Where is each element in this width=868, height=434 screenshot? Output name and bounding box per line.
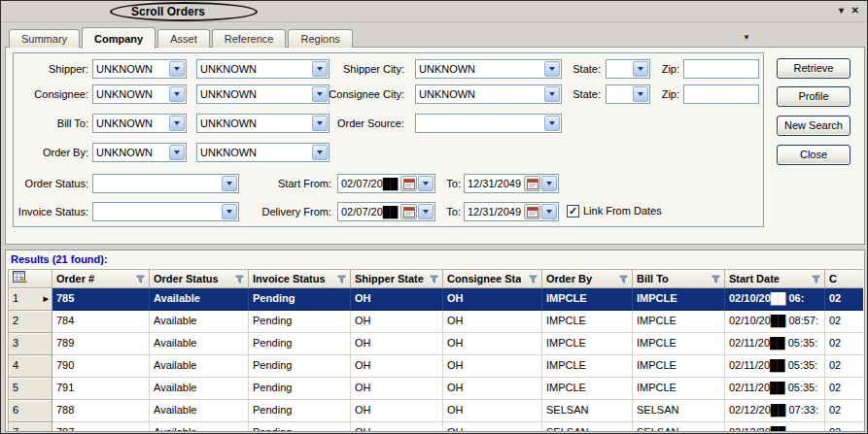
- order-by-code-combo[interactable]: UNKNOWN: [92, 143, 187, 162]
- cell[interactable]: Pending: [249, 422, 351, 431]
- cell[interactable]: IMPCLE: [542, 311, 633, 333]
- cell[interactable]: OH: [443, 422, 542, 431]
- column-header-start-date[interactable]: Start Date: [725, 269, 825, 288]
- cell[interactable]: 785: [52, 288, 150, 311]
- column-header-order-by[interactable]: Order By: [542, 269, 633, 288]
- row-header[interactable]: 2: [9, 311, 52, 333]
- cell[interactable]: 02/12/20██ 07:33:: [725, 400, 825, 422]
- row-header[interactable]: 7: [9, 422, 52, 431]
- cell[interactable]: OH: [443, 311, 542, 333]
- invoice-status-combo[interactable]: [92, 202, 239, 221]
- cell[interactable]: Pending: [249, 378, 351, 400]
- tab-regions[interactable]: Regions: [288, 29, 352, 48]
- tab-asset[interactable]: Asset: [157, 29, 210, 48]
- shipper-code-combo[interactable]: UNKNOWN: [92, 59, 187, 79]
- filter-icon[interactable]: [619, 275, 628, 284]
- cell[interactable]: OH: [351, 378, 443, 400]
- cell[interactable]: Available: [150, 400, 249, 422]
- dropdown-arrow-icon[interactable]: [541, 176, 557, 191]
- profile-button[interactable]: Profile: [777, 86, 851, 107]
- row-header[interactable]: 5: [9, 378, 52, 400]
- cell[interactable]: IMPCLE: [633, 333, 725, 355]
- cell[interactable]: OH: [351, 288, 443, 311]
- cell[interactable]: 02/11/20██ 05:35:: [725, 355, 825, 378]
- row-header[interactable]: 6: [9, 400, 52, 422]
- consignee-code-combo[interactable]: UNKNOWN: [92, 84, 187, 104]
- filter-icon[interactable]: [337, 275, 346, 284]
- cell[interactable]: Available: [150, 311, 249, 333]
- cell[interactable]: Pending: [249, 333, 351, 355]
- row-header[interactable]: 4: [9, 355, 52, 378]
- cell[interactable]: 790: [52, 355, 150, 378]
- close-button[interactable]: Close: [777, 145, 851, 165]
- bill-to-code-combo[interactable]: UNKNOWN: [92, 114, 187, 133]
- column-header-order-status[interactable]: Order Status: [150, 269, 249, 288]
- column-header-bill-to[interactable]: Bill To: [633, 269, 725, 288]
- window-menu-icon[interactable]: ▾: [839, 5, 844, 16]
- delivery-to-date[interactable]: 12/31/2049: [464, 202, 559, 221]
- cell[interactable]: Pending: [249, 355, 351, 378]
- table-row[interactable]: 3789AvailablePendingOHOHIMPCLEIMPCLE02/1…: [9, 333, 863, 355]
- cell[interactable]: 789: [52, 333, 150, 355]
- cell[interactable]: Pending: [249, 288, 351, 311]
- cell[interactable]: Available: [150, 333, 249, 355]
- cell[interactable]: SELSAN: [542, 400, 633, 422]
- filter-icon[interactable]: [529, 275, 538, 284]
- cell[interactable]: 787: [52, 422, 150, 431]
- cell[interactable]: 02: [825, 355, 863, 378]
- calendar-icon[interactable]: [524, 176, 540, 191]
- cell[interactable]: SELSAN: [633, 422, 725, 431]
- cell[interactable]: 02: [825, 378, 863, 400]
- calendar-icon[interactable]: [400, 176, 417, 191]
- start-to-date[interactable]: 12/31/2049: [464, 174, 559, 193]
- cell[interactable]: OH: [351, 422, 443, 431]
- cell[interactable]: 788: [52, 400, 150, 422]
- dropdown-arrow-icon[interactable]: [169, 145, 185, 160]
- cell[interactable]: 02: [825, 333, 863, 355]
- filter-icon[interactable]: [235, 275, 244, 284]
- cell[interactable]: OH: [443, 378, 542, 400]
- new-search-button[interactable]: New Search: [777, 116, 851, 136]
- column-header-order-number[interactable]: Order #: [52, 269, 150, 288]
- cell[interactable]: 02/11/20██ 05:35:: [725, 333, 825, 355]
- order-source-combo[interactable]: [415, 114, 562, 133]
- dropdown-arrow-icon[interactable]: [418, 204, 434, 219]
- cell[interactable]: IMPCLE: [633, 378, 725, 400]
- cell[interactable]: Pending: [249, 311, 351, 333]
- column-header-consignee-state[interactable]: Consignee Sta: [443, 269, 542, 288]
- table-row[interactable]: 4790AvailablePendingOHOHIMPCLEIMPCLE02/1…: [9, 355, 863, 378]
- cell[interactable]: 791: [52, 378, 150, 400]
- start-from-date[interactable]: 02/07/20██: [337, 174, 435, 193]
- cell[interactable]: IMPCLE: [633, 288, 725, 311]
- cell[interactable]: 02: [825, 311, 863, 333]
- window-close-icon[interactable]: ✕: [851, 5, 859, 16]
- table-row[interactable]: 6788AvailablePendingOHOHSELSANSELSAN02/1…: [9, 400, 863, 422]
- cell[interactable]: Available: [150, 378, 249, 400]
- cell[interactable]: OH: [443, 400, 542, 422]
- dropdown-arrow-icon[interactable]: [541, 204, 557, 219]
- cell[interactable]: 02/10/20██ 08:57:: [725, 311, 825, 333]
- shipper-city-combo[interactable]: UNKNOWN: [415, 59, 562, 79]
- cell[interactable]: SELSAN: [633, 400, 725, 422]
- cell[interactable]: Available: [150, 355, 249, 378]
- cell[interactable]: 02: [825, 288, 863, 311]
- cell[interactable]: IMPCLE: [542, 288, 633, 311]
- calendar-icon[interactable]: [524, 204, 540, 219]
- dropdown-arrow-icon[interactable]: [418, 176, 434, 191]
- datasheet-header-cell[interactable]: [9, 269, 52, 288]
- dropdown-arrow-icon[interactable]: [169, 61, 185, 77]
- order-status-combo[interactable]: [92, 174, 239, 193]
- cell[interactable]: OH: [443, 355, 542, 378]
- cell[interactable]: 784: [52, 311, 150, 333]
- cell[interactable]: 02: [825, 400, 863, 422]
- shipper-zip-input[interactable]: [683, 59, 759, 79]
- tab-overflow-icon[interactable]: ▼: [743, 33, 750, 42]
- cell[interactable]: IMPCLE: [542, 378, 633, 400]
- table-row[interactable]: 2784AvailablePendingOHOHIMPCLEIMPCLE02/1…: [9, 311, 863, 333]
- dropdown-arrow-icon[interactable]: [544, 116, 560, 131]
- filter-icon[interactable]: [812, 275, 820, 284]
- cell[interactable]: Available: [150, 288, 249, 311]
- table-row[interactable]: 7787AvailablePendingOHOHSELSANSELSAN02/1…: [9, 422, 863, 431]
- dropdown-arrow-icon[interactable]: [169, 116, 185, 131]
- tab-summary[interactable]: Summary: [9, 29, 80, 48]
